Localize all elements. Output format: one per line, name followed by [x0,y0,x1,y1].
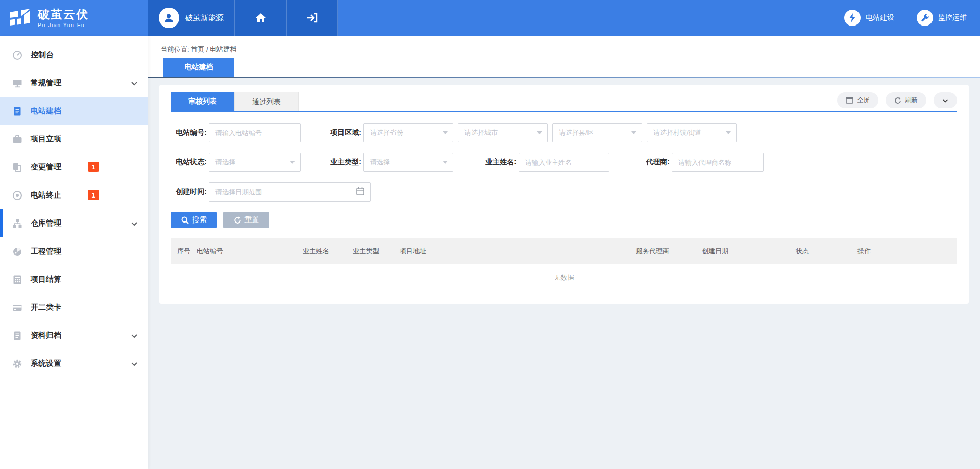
home-icon [255,13,266,23]
col-status: 状态 [790,246,851,256]
calendar-icon[interactable] [356,187,364,195]
reset-button-label: 重置 [245,215,259,225]
nav-station-build-label: 电站建设 [866,13,894,22]
sidebar-item-change-mgmt[interactable]: 变更管理 1 [0,153,148,181]
sidebar-item-project-settlement[interactable]: 项目结算 [0,265,148,293]
breadcrumb-current: 电站建档 [210,45,236,53]
sidebar-item-label: 常规管理 [31,78,61,88]
region-town-select[interactable]: 请选择村镇/街道 [647,123,737,142]
sidebar-item-label: 资料归档 [31,331,61,340]
chevron-down-icon [942,97,949,104]
gauge-icon [12,50,22,60]
sidebar-item-general-mgmt[interactable]: 常规管理 [0,69,148,97]
reset-button[interactable]: 重置 [223,212,270,228]
page-tab-station-archive[interactable]: 电站建档 [163,58,234,77]
tab-passed-list[interactable]: 通过列表 [234,92,299,111]
owner-name-label: 业主姓名: [481,158,517,167]
sidebar-item-console[interactable]: 控制台 [0,41,148,69]
sidebar-item-label: 项目立项 [31,134,61,144]
refresh-label: 刷新 [905,96,918,105]
sidebar-item-warehouse-mgmt[interactable]: 仓库管理 [0,209,148,237]
panel-tools: 全屏 刷新 [837,92,957,108]
caret-down-icon [443,161,448,164]
app-title: 破茧云伏 [38,8,89,21]
station-no-input[interactable] [209,123,301,142]
home-button[interactable] [235,0,287,36]
nav-monitor-ops-label: 监控运维 [938,13,967,22]
owner-type-select[interactable]: 请选择 [363,153,453,172]
avatar [159,8,179,28]
header-center-group: 破茧新能源 [148,0,338,36]
change-mgmt-badge: 1 [88,162,99,172]
person-icon [163,12,175,24]
nav-monitor-ops[interactable]: 监控运维 [917,10,967,26]
sidebar-item-data-archive[interactable]: 资料归档 [0,322,148,350]
sidebar-item-system-settings[interactable]: 系统设置 [0,350,148,378]
chevron-down-icon [131,80,138,87]
filter-actions: 搜索 重置 [171,212,957,228]
region-county-select[interactable]: 请选择县/区 [552,123,642,142]
app-logo: 破茧云伏 Po Jian Yun Fu [0,0,148,36]
col-station-no: 电站编号 [190,246,297,256]
sidebar-item-project-initiation[interactable]: 项目立项 [0,125,148,153]
app-subtitle: Po Jian Yun Fu [38,22,89,28]
sidebar-item-station-archive[interactable]: 电站建档 [0,97,148,125]
sidebar-item-engineering-mgmt[interactable]: 工程管理 [0,237,148,265]
sidebar-item-open-card[interactable]: 开二类卡 [0,293,148,322]
date-range-input[interactable] [209,182,371,202]
breadcrumb-prefix: 当前位置: [161,45,189,53]
results-table: 序号 电站编号 业主姓名 业主类型 项目地址 服务代理商 创建日期 状态 操作 … [171,238,957,291]
document-icon [12,106,22,116]
region-city-select[interactable]: 请选择城市 [458,123,548,142]
col-owner-type: 业主类型 [347,246,394,256]
sidebar-item-label: 项目结算 [31,275,61,284]
chevron-down-icon [131,360,138,367]
region-label: 项目区域: [326,128,361,137]
tab-review-list[interactable]: 审核列表 [171,92,234,111]
station-status-label: 电站状态: [171,158,207,167]
search-icon [181,216,189,224]
table-header-row: 序号 电站编号 业主姓名 业主类型 项目地址 服务代理商 创建日期 状态 操作 [171,238,957,264]
fullscreen-button[interactable]: 全屏 [837,92,878,108]
monitor-icon [12,78,22,88]
archive-icon [12,331,22,341]
account-name: 破茧新能源 [185,13,224,23]
caret-down-icon [726,131,731,134]
created-time-label: 创建时间: [171,187,207,196]
station-status-select[interactable]: 请选择 [209,153,301,172]
col-owner-name: 业主姓名 [297,246,347,256]
chevron-down-icon [131,220,138,227]
refresh-icon [894,97,901,104]
created-time-range-picker[interactable] [209,182,371,202]
sidebar-item-label: 变更管理 [31,162,61,172]
col-project-address: 项目地址 [394,246,630,256]
agent-input[interactable] [672,153,764,172]
sitemap-icon [12,218,22,229]
station-terminate-badge: 1 [88,190,99,200]
sidebar-item-label: 系统设置 [31,359,61,368]
empty-state: 无数据 [171,264,957,291]
sidebar-item-label: 开二类卡 [31,303,61,312]
top-header: 破茧云伏 Po Jian Yun Fu 破茧新能源 [0,0,980,36]
caret-down-icon [290,161,295,164]
caret-down-icon [537,131,542,134]
region-province-select[interactable]: 请选择省份 [363,123,453,142]
collapse-button[interactable] [934,92,957,108]
search-button-label: 搜索 [192,215,207,225]
current-account[interactable]: 破茧新能源 [148,0,235,36]
reset-icon [234,216,241,224]
sidebar: 控制台 常规管理 电站建档 项目立项 [0,36,148,469]
header-right-nav: 电站建设 监控运维 [844,0,980,36]
sidebar-item-label: 工程管理 [31,246,61,256]
search-button[interactable]: 搜索 [171,212,217,228]
sidebar-item-station-terminate[interactable]: 电站终止 1 [0,181,148,209]
refresh-button[interactable]: 刷新 [886,92,926,108]
filter-row-1: 电站编号: 项目区域: 请选择省份 请选择城市 请选择县/区 [171,123,957,142]
nav-station-build[interactable]: 电站建设 [844,10,894,26]
breadcrumb-home-link[interactable]: 首页 [191,45,204,53]
col-created-date: 创建日期 [696,246,790,256]
owner-name-input[interactable] [519,153,609,172]
station-no-label: 电站编号: [171,128,207,137]
logout-button[interactable] [287,0,338,36]
logo-icon [8,8,32,28]
